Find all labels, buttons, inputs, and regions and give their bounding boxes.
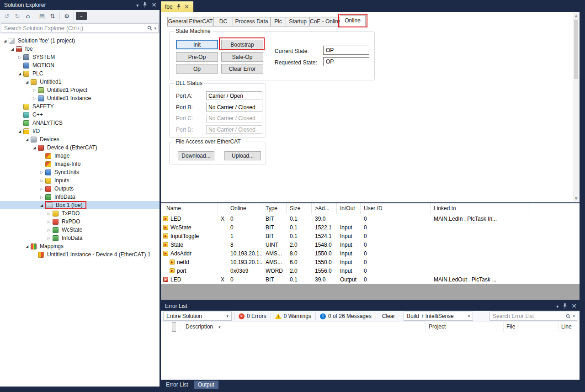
expander-open-icon[interactable] — [2, 36, 8, 45]
op-button[interactable]: Op — [176, 64, 218, 74]
tab-dc[interactable]: DC — [214, 17, 233, 26]
tab-startup[interactable]: Startup — [286, 17, 310, 26]
grid-row-adsaddr[interactable]: AdsAddr 10.193.20.1... AMS... 8.0 1550.0… — [161, 249, 580, 258]
home-icon[interactable] — [23, 11, 33, 21]
clear-error-button[interactable]: Clear Error — [221, 64, 263, 74]
close-icon[interactable] — [184, 4, 190, 10]
tree-item-inputs[interactable]: Inputs — [0, 176, 160, 185]
build-intellisense-dropdown[interactable]: Build + IntelliSense — [404, 312, 473, 321]
tree-item-device4[interactable]: Device 4 (EtherCAT) — [0, 143, 160, 152]
col-file[interactable]: File — [504, 322, 558, 332]
pin-icon[interactable] — [563, 303, 567, 309]
tree-item-foe[interactable]: foe — [0, 45, 160, 53]
grid-row-netid[interactable]: netId 10.193.20.1... AMS... 6.0 1550.0 I… — [161, 258, 580, 266]
close-icon[interactable] — [571, 303, 577, 309]
upload-button[interactable]: Upload... — [224, 151, 261, 160]
tree-item-untitled1[interactable]: Untitled1 — [0, 78, 160, 86]
scope-dropdown[interactable]: Entire Solution — [163, 312, 232, 321]
expander-closed-icon[interactable] — [38, 176, 45, 185]
col-userid[interactable]: User ID — [361, 203, 431, 214]
tree-item-box1[interactable]: Box 1 (foe) — [0, 201, 160, 209]
requested-state-field[interactable] — [323, 57, 369, 66]
wrench-icon[interactable] — [62, 11, 72, 21]
tree-item-syncunits[interactable]: SyncUnits — [0, 168, 160, 176]
safe-op-button[interactable]: Safe-Op — [221, 52, 263, 62]
chevron-down-icon[interactable] — [556, 303, 558, 309]
tree-item-wcstate[interactable]: WcState — [0, 226, 160, 234]
expander-open-icon[interactable] — [24, 135, 30, 144]
col-flag[interactable] — [218, 203, 227, 214]
scroll-down-icon[interactable]: ▼ — [573, 195, 579, 201]
vertical-scrollbar[interactable]: ▲ ▼ — [573, 12, 579, 201]
tree-item-safety[interactable]: SAFETY — [0, 102, 160, 111]
expander-open-icon[interactable] — [16, 69, 23, 78]
expander-closed-icon[interactable] — [38, 168, 45, 177]
error-list-titlebar[interactable]: Error List — [161, 302, 580, 311]
expander-open-icon[interactable] — [24, 242, 30, 251]
col-online[interactable]: Online — [227, 203, 262, 214]
download-button[interactable]: Download... — [178, 151, 214, 160]
tree-item-mappings[interactable]: Mappings — [0, 242, 160, 250]
col-name[interactable]: Name — [161, 203, 218, 214]
search-icon[interactable] — [147, 26, 152, 31]
current-state-field[interactable] — [323, 46, 369, 55]
col-line[interactable]: Line — [558, 322, 580, 332]
search-icon[interactable] — [566, 314, 571, 319]
scroll-up-icon[interactable]: ▲ — [573, 12, 579, 19]
tree-item-devices[interactable]: Devices — [0, 135, 160, 143]
col-description[interactable]: Description▾ — [180, 322, 426, 332]
col-project[interactable]: Project — [426, 322, 504, 332]
tree-item-image[interactable]: Image — [0, 152, 160, 160]
document-tab-foe[interactable]: foe — [161, 1, 193, 12]
expander-open-icon[interactable] — [31, 143, 37, 152]
tree-item-cpp[interactable]: C++ — [0, 111, 160, 119]
expander-closed-icon[interactable] — [46, 209, 52, 218]
grid-row-inputtoggle[interactable]: InputToggle 1 BIT 0.1 1524.1 Input 0 — [161, 232, 580, 240]
pin-icon[interactable] — [176, 4, 181, 10]
tree-item-analytics[interactable]: ANALYTICS — [0, 119, 160, 127]
tree-item-untitled1-project[interactable]: Untitled1 Project — [0, 86, 160, 94]
warnings-filter-button[interactable]: 0 Warnings — [273, 313, 313, 319]
expander-closed-icon[interactable] — [31, 94, 37, 103]
search-dropdown-icon[interactable]: ▾ — [154, 26, 156, 31]
expander-open-icon[interactable] — [24, 77, 30, 86]
tab-general[interactable]: General — [167, 17, 188, 26]
tab-output[interactable]: Output — [194, 381, 218, 389]
tree-item-mapping1[interactable]: Untitled1 Instance - Device 4 (EtherCAT)… — [0, 250, 160, 259]
view-list-icon[interactable] — [37, 11, 47, 21]
col-type[interactable]: Type — [262, 203, 287, 214]
tree-item-io[interactable]: I/O — [0, 127, 160, 135]
pin-icon[interactable] — [143, 2, 147, 8]
expander-closed-icon[interactable] — [38, 192, 45, 201]
grid-row-wcstate[interactable]: WcState 0 BIT 0.1 1522.1 Input 0 — [161, 223, 580, 232]
grid-row-port[interactable]: port 0x03e9 WORD 2.0 1556.0 Input 0 — [161, 266, 580, 275]
close-icon[interactable] — [151, 2, 157, 8]
tree-item-motion[interactable]: MOTION — [0, 61, 160, 69]
tree-item-solution[interactable]: Solution 'foe' (1 project) — [0, 37, 160, 45]
expander-closed-icon[interactable] — [16, 53, 23, 62]
tree-item-image-info[interactable]: Image-Info — [0, 160, 160, 168]
tab-ethercat[interactable]: EtherCAT — [188, 17, 214, 26]
tree-item-outputs[interactable]: Outputs — [0, 185, 160, 193]
expander-closed-icon[interactable] — [46, 225, 52, 234]
tree-item-txpdo[interactable]: TxPDO — [0, 209, 160, 217]
error-search-box[interactable]: ▾ — [489, 312, 577, 321]
search-input[interactable] — [1, 24, 147, 32]
search-box[interactable]: ▾ — [1, 23, 159, 33]
pre-op-button[interactable]: Pre-Op — [176, 52, 218, 62]
expander-closed-icon[interactable] — [38, 184, 45, 193]
chevron-down-icon[interactable] — [136, 2, 138, 8]
tree-item-system[interactable]: SYSTEM — [0, 53, 160, 61]
tree-item-infodata[interactable]: InfoData — [0, 193, 160, 201]
init-button[interactable]: Init — [176, 40, 218, 49]
messages-filter-button[interactable]: 0 of 26 Messages — [318, 313, 373, 319]
error-list-header-row[interactable]: Description▾ Project File Line — [161, 322, 580, 332]
search-dropdown-icon[interactable]: ▾ — [573, 314, 575, 318]
col-size[interactable]: Size — [287, 203, 312, 214]
error-search-input[interactable] — [490, 312, 566, 320]
grid-header-row[interactable]: Name Online Type Size >Ad... In/Out User… — [161, 203, 580, 214]
nav-forward-icon[interactable] — [12, 11, 22, 21]
expander-open-icon[interactable] — [9, 44, 16, 53]
filter-chevron-icon[interactable]: ▾ — [216, 325, 221, 329]
expander-open-icon[interactable] — [16, 127, 23, 136]
